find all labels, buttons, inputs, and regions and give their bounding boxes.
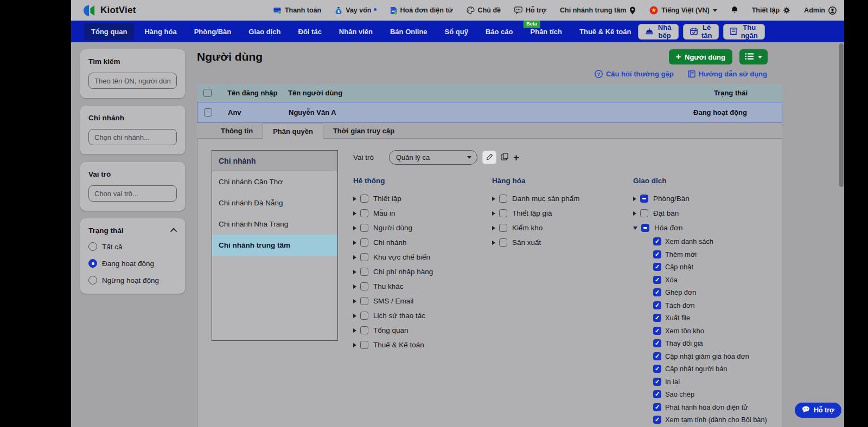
permission-checkbox[interactable]: [360, 341, 368, 349]
expand-arrow-icon[interactable]: [492, 197, 495, 201]
topbar-item-vay-von[interactable]: $Vay vốn: [335, 7, 376, 15]
search-input[interactable]: [88, 73, 177, 89]
nav-tab-ph-ng-b-n[interactable]: Phòng/Bàn: [187, 23, 239, 40]
permission-checkbox[interactable]: [640, 209, 648, 217]
nav-tab-b-n-online[interactable]: Bán Online: [383, 23, 435, 40]
branch-filter-select[interactable]: [88, 129, 177, 145]
expand-arrow-icon[interactable]: [353, 299, 356, 303]
permission-checkbox[interactable]: [360, 282, 368, 290]
permission-checkbox[interactable]: [499, 224, 507, 232]
topbar-item-thanh-toan[interactable]: Thanh toán: [273, 7, 321, 14]
permission-checkbox[interactable]: [653, 301, 661, 309]
nav-tab-nh-n-vi-n[interactable]: Nhân viên: [332, 23, 380, 40]
permission-checkbox[interactable]: [653, 237, 661, 245]
permission-checkbox[interactable]: [360, 238, 368, 247]
nav-tab--i-t-c[interactable]: Đối tác: [291, 23, 329, 40]
add-role-button[interactable]: +: [513, 152, 519, 163]
status-option[interactable]: Tất cả: [88, 242, 177, 251]
permission-checkbox[interactable]: [653, 250, 661, 258]
permission-checkbox[interactable]: [360, 209, 368, 217]
topbar-item-ho-tro[interactable]: Hỗ trợBeta: [514, 7, 546, 14]
user-row[interactable]: Anv Nguyễn Văn A Đang hoạt động: [197, 102, 782, 123]
expand-arrow-icon[interactable]: [353, 226, 356, 230]
permission-checkbox[interactable]: [653, 288, 661, 296]
expand-arrow-icon[interactable]: [353, 241, 356, 245]
row-checkbox[interactable]: [204, 108, 212, 117]
permission-checkbox[interactable]: [653, 263, 661, 271]
scrollbar[interactable]: [839, 43, 844, 427]
col-fullname[interactable]: Tên người dùng: [288, 89, 674, 97]
status-option[interactable]: Ngừng hoạt động: [88, 276, 177, 284]
role-filter-select[interactable]: [88, 185, 177, 202]
quick-button-nh-b-p[interactable]: Nhà bếp: [638, 24, 679, 40]
expand-arrow-icon[interactable]: [353, 328, 356, 333]
branch-list-item[interactable]: Chi nhánh Cần Thơ: [212, 171, 337, 192]
scrollbar-thumb[interactable]: [839, 43, 844, 187]
support-button[interactable]: Hỗ trợ: [795, 403, 841, 418]
select-all-checkbox[interactable]: [203, 89, 212, 97]
nav-tab-b-o-c-o[interactable]: Báo cáo: [478, 23, 520, 40]
expand-arrow-icon[interactable]: [353, 270, 356, 274]
quick-button-thu-ng-n[interactable]: Thu ngân: [723, 24, 765, 40]
expand-arrow-icon[interactable]: [492, 226, 495, 230]
expand-arrow-icon[interactable]: [353, 284, 356, 289]
permission-checkbox[interactable]: [653, 339, 661, 347]
permission-checkbox[interactable]: [653, 365, 661, 373]
permission-checkbox[interactable]: [499, 238, 507, 247]
permission-checkbox[interactable]: [653, 327, 661, 335]
topbar-item-notifications[interactable]: [731, 6, 738, 15]
nav-tab-s-qu-[interactable]: Sổ quỹ: [438, 23, 475, 40]
col-username[interactable]: Tên đăng nhập: [227, 89, 288, 97]
nav-tab-h-ng-h-a[interactable]: Hàng hóa: [137, 23, 183, 40]
help-link-h-ng-d-n-s-d-ng[interactable]: Hướng dẫn sử dụng: [688, 70, 767, 78]
branch-list-item[interactable]: Chi nhánh Nha Trang: [212, 214, 337, 235]
edit-role-button[interactable]: [482, 151, 496, 164]
add-user-button[interactable]: + Người dùng: [669, 49, 732, 64]
expand-arrow-icon[interactable]: [353, 255, 356, 260]
kiotviet-logo[interactable]: KiotViet: [83, 4, 136, 17]
nav-tab-giao-d-ch[interactable]: Giao dịch: [241, 23, 288, 40]
permission-checkbox[interactable]: [653, 378, 661, 386]
permission-checkbox[interactable]: [499, 195, 507, 203]
permission-checkbox[interactable]: [360, 253, 368, 261]
permission-checkbox[interactable]: [360, 312, 368, 320]
radio-button[interactable]: [88, 276, 97, 284]
permission-checkbox[interactable]: [360, 224, 368, 232]
permission-checkbox[interactable]: [360, 195, 368, 203]
radio-button[interactable]: [88, 242, 97, 251]
expand-arrow-icon[interactable]: [353, 211, 356, 216]
branch-list-item[interactable]: Chi nhánh Đà Nẵng: [212, 192, 337, 214]
permission-checkbox[interactable]: [499, 209, 507, 217]
chevron-up-icon[interactable]: [170, 228, 177, 235]
topbar-item-admin[interactable]: Admin: [804, 7, 837, 15]
topbar-item-chu-de[interactable]: Chủ đề: [467, 7, 501, 14]
expand-arrow-icon[interactable]: [492, 211, 495, 216]
permission-checkbox[interactable]: [360, 268, 368, 276]
help-link-c-u-h-i-th-ng-g-p[interactable]: ?Câu hỏi thường gặp: [595, 70, 674, 78]
radio-button[interactable]: [88, 259, 97, 268]
tab-th-i-gian-truy-c-p[interactable]: Thời gian truy cập: [323, 123, 404, 138]
topbar-item-chi-nhanh[interactable]: Chi nhánh trung tâm: [560, 7, 636, 15]
permission-checkbox[interactable]: [360, 326, 368, 334]
permission-checkbox[interactable]: [653, 416, 661, 424]
permission-checkbox[interactable]: [653, 314, 661, 322]
permission-checkbox[interactable]: [653, 352, 661, 360]
topbar-item-language[interactable]: ★Tiếng Việt (VN): [649, 6, 717, 15]
expand-arrow-icon[interactable]: [353, 314, 356, 318]
status-option[interactable]: Đang hoạt động: [88, 259, 177, 268]
expand-arrow-icon[interactable]: [353, 197, 356, 201]
branch-list-item[interactable]: Chi nhánh trung tâm: [212, 235, 337, 256]
permission-checkbox[interactable]: [641, 224, 649, 232]
permission-checkbox[interactable]: [360, 297, 368, 305]
expand-arrow-icon[interactable]: [633, 197, 636, 201]
tab-th-ng-tin[interactable]: Thông tin: [211, 123, 263, 138]
copy-role-button[interactable]: [501, 153, 508, 162]
permission-checkbox[interactable]: [640, 195, 648, 203]
topbar-item-hoa-don-dien-tu[interactable]: Hoá đơn điện tử: [390, 7, 453, 15]
topbar-item-settings[interactable]: Thiết lập: [752, 7, 790, 14]
permission-checkbox[interactable]: [653, 276, 661, 284]
permission-checkbox[interactable]: [653, 390, 661, 398]
permission-checkbox[interactable]: [653, 403, 661, 411]
role-dropdown[interactable]: Quản lý ca: [389, 150, 477, 165]
expand-arrow-icon[interactable]: [353, 343, 356, 347]
